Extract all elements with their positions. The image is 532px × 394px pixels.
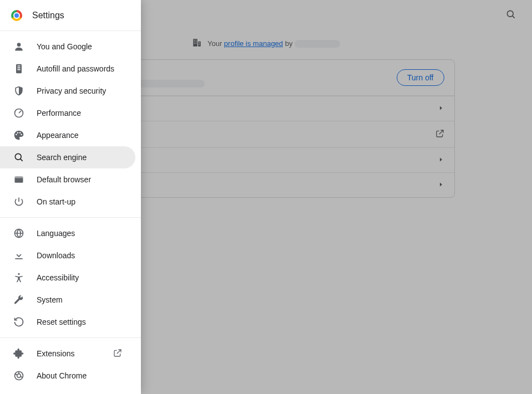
sidebar-item-extensions[interactable]: Extensions (0, 342, 135, 365)
sidebar-item-label: Privacy and security (37, 86, 122, 95)
sidebar-item-reset[interactable]: Reset settings (0, 311, 135, 333)
search-icon (13, 152, 24, 163)
sidebar-item-languages[interactable]: Languages (0, 222, 135, 244)
sidebar-item-label: Performance (37, 109, 122, 117)
svg-rect-7 (15, 176, 23, 178)
open-external-icon (113, 349, 122, 359)
sidebar-title: Settings (32, 11, 64, 21)
sidebar-item-label: Search engine (37, 153, 122, 162)
svg-point-4 (15, 153, 21, 160)
download-icon (13, 250, 24, 261)
sidebar-item-downloads[interactable]: Downloads (0, 244, 135, 267)
sidebar-item-on-startup[interactable]: On start-up (0, 191, 135, 213)
sidebar-item-label: Default browser (37, 175, 122, 184)
sidebar-item-default-browser[interactable]: Default browser (0, 168, 135, 191)
sidebar-item-label: You and Google (37, 42, 122, 51)
sidebar-section-2: Languages Downloads Accessibility System… (0, 218, 141, 337)
sidebar-item-system[interactable]: System (0, 289, 135, 311)
sidebar-header: Settings (0, 0, 141, 31)
sidebar-item-autofill[interactable]: Autofill and passwords (0, 58, 135, 80)
sidebar-item-label: Downloads (37, 251, 122, 260)
sidebar-item-privacy[interactable]: Privacy and security (0, 80, 135, 102)
person-icon (13, 41, 24, 52)
sidebar-item-label: Extensions (37, 349, 105, 358)
sidebar-item-label: Languages (37, 229, 122, 238)
accessibility-icon (13, 272, 24, 283)
sidebar-item-about[interactable]: About Chrome (0, 365, 135, 387)
svg-point-9 (18, 273, 19, 275)
power-icon (13, 196, 24, 207)
sidebar-item-label: On start-up (37, 197, 122, 206)
svg-line-5 (21, 159, 23, 161)
sidebar-item-label: Appearance (37, 131, 122, 140)
extension-icon (13, 348, 24, 359)
sidebar-item-label: Autofill and passwords (37, 64, 122, 73)
sidebar-item-label: About Chrome (37, 371, 122, 380)
sidebar-item-label: System (37, 295, 122, 304)
settings-sidebar: Settings You and Google Autofill and pas… (0, 0, 141, 394)
chrome-outline-icon (13, 370, 24, 381)
globe-icon (13, 228, 24, 239)
sidebar-item-label: Reset settings (37, 318, 122, 326)
svg-point-2 (17, 43, 21, 47)
sidebar-item-performance[interactable]: Performance (0, 102, 135, 124)
sidebar-item-label: Accessibility (37, 273, 122, 282)
sidebar-section-1: You and Google Autofill and passwords Pr… (0, 31, 141, 217)
chrome-logo-icon (11, 10, 22, 21)
shield-icon (13, 85, 24, 96)
sidebar-section-3: Extensions About Chrome (0, 338, 141, 391)
reset-icon (13, 316, 24, 328)
wrench-icon (13, 294, 24, 305)
sidebar-item-accessibility[interactable]: Accessibility (0, 267, 135, 289)
browser-icon (13, 174, 24, 185)
sidebar-item-search-engine[interactable]: Search engine (0, 146, 135, 168)
speed-icon (13, 108, 24, 119)
sidebar-item-appearance[interactable]: Appearance (0, 124, 135, 146)
svg-point-11 (17, 374, 21, 378)
palette-icon (13, 130, 24, 141)
sidebar-item-you-and-google[interactable]: You and Google (0, 35, 135, 58)
clipboard-icon (13, 63, 24, 74)
